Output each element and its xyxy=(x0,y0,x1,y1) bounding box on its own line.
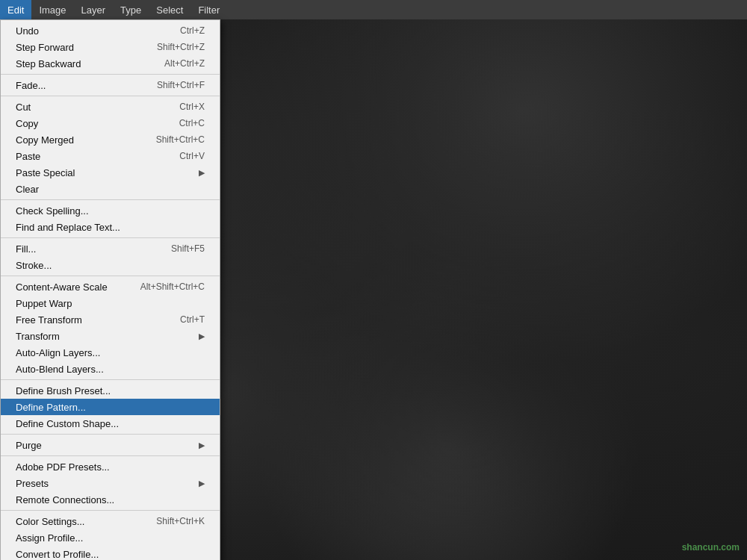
menu-item-label-check-spelling: Check Spelling... xyxy=(16,205,89,217)
menu-item-stroke[interactable]: Stroke... xyxy=(1,257,220,273)
separator-after-clear xyxy=(1,199,220,200)
menu-item-label-define-brush-preset: Define Brush Preset... xyxy=(16,385,111,396)
watermark: shancun.com xyxy=(682,542,740,553)
menu-item-label-paste-special: Paste Special xyxy=(16,167,75,178)
separator-after-purge xyxy=(1,455,220,456)
shortcut-free-transform: Ctrl+T xyxy=(180,314,205,325)
menu-item-assign-profile[interactable]: Assign Profile... xyxy=(1,529,220,546)
menu-item-copy-merged[interactable]: Copy MergedShift+Ctrl+C xyxy=(1,131,220,148)
separator-after-remote-connections xyxy=(1,510,220,511)
menu-select[interactable]: Select xyxy=(149,0,190,19)
menu-item-copy[interactable]: CopyCtrl+C xyxy=(1,115,220,131)
menu-item-label-copy: Copy xyxy=(16,118,38,129)
menu-image[interactable]: Image xyxy=(31,0,73,19)
menu-item-puppet-warp[interactable]: Puppet Warp xyxy=(1,295,220,311)
shortcut-step-backward: Alt+Ctrl+Z xyxy=(164,58,205,69)
menu-item-label-define-pattern: Define Pattern... xyxy=(16,402,86,413)
submenu-arrow-purge: ▶ xyxy=(199,441,205,450)
menu-item-label-fade: Fade... xyxy=(16,80,46,91)
menu-edit[interactable]: Edit xyxy=(0,0,31,19)
shortcut-copy-merged: Shift+Ctrl+C xyxy=(156,134,205,145)
menu-item-label-stroke: Stroke... xyxy=(16,260,52,271)
menu-item-content-aware-scale[interactable]: Content-Aware ScaleAlt+Shift+Ctrl+C xyxy=(1,279,220,295)
menu-item-label-color-settings: Color Settings... xyxy=(16,516,85,527)
menu-item-label-auto-blend-layers: Auto-Blend Layers... xyxy=(16,364,104,375)
menu-item-adobe-pdf-presets[interactable]: Adobe PDF Presets... xyxy=(1,458,220,475)
shortcut-fill: Shift+F5 xyxy=(171,243,205,254)
submenu-arrow-paste-special: ▶ xyxy=(199,168,205,178)
menu-item-define-brush-preset[interactable]: Define Brush Preset... xyxy=(1,382,220,399)
separator-after-find-replace xyxy=(1,237,220,238)
shortcut-color-settings: Shift+Ctrl+K xyxy=(156,516,205,526)
menu-item-step-forward[interactable]: Step ForwardShift+Ctrl+Z xyxy=(1,39,220,55)
menu-item-label-auto-align-layers: Auto-Align Layers... xyxy=(16,347,100,358)
menu-item-undo[interactable]: UndoCtrl+Z xyxy=(1,22,220,39)
menu-item-label-convert-to-profile: Convert to Profile... xyxy=(16,549,99,560)
menu-item-label-puppet-warp: Puppet Warp xyxy=(16,298,72,309)
menu-item-find-replace[interactable]: Find and Replace Text... xyxy=(1,219,220,235)
menu-filter[interactable]: Filter xyxy=(190,0,227,19)
menu-item-auto-align-layers[interactable]: Auto-Align Layers... xyxy=(1,344,220,361)
menu-item-fill[interactable]: Fill...Shift+F5 xyxy=(1,240,220,257)
separator-after-auto-blend-layers xyxy=(1,379,220,380)
menu-item-step-backward[interactable]: Step BackwardAlt+Ctrl+Z xyxy=(1,55,220,72)
menu-item-presets[interactable]: Presets▶ xyxy=(1,475,220,491)
separator-after-fade xyxy=(1,96,220,96)
menu-item-label-undo: Undo xyxy=(16,25,39,37)
submenu-arrow-transform: ▶ xyxy=(199,332,205,341)
separator-after-stroke xyxy=(1,276,220,276)
menu-item-label-find-replace: Find and Replace Text... xyxy=(16,222,120,233)
menu-item-paste-special[interactable]: Paste Special▶ xyxy=(1,164,220,181)
menu-item-label-cut: Cut xyxy=(16,102,31,113)
menu-item-label-transform: Transform xyxy=(16,331,60,342)
shortcut-cut: Ctrl+X xyxy=(179,102,205,112)
menu-type[interactable]: Type xyxy=(113,0,149,19)
menu-item-auto-blend-layers[interactable]: Auto-Blend Layers... xyxy=(1,361,220,377)
menu-item-fade[interactable]: Fade...Shift+Ctrl+F xyxy=(1,77,220,93)
separator-after-step-backward xyxy=(1,74,220,75)
shortcut-fade: Shift+Ctrl+F xyxy=(157,80,205,90)
menu-item-remote-connections[interactable]: Remote Connections... xyxy=(1,491,220,508)
menu-item-label-purge: Purge xyxy=(16,440,42,451)
menu-item-label-paste: Paste xyxy=(16,151,40,162)
menu-item-convert-to-profile[interactable]: Convert to Profile... xyxy=(1,546,220,560)
menu-item-label-step-forward: Step Forward xyxy=(16,42,74,53)
shortcut-step-forward: Shift+Ctrl+Z xyxy=(157,42,205,52)
separator-after-define-custom-shape xyxy=(1,434,220,435)
menu-item-label-assign-profile: Assign Profile... xyxy=(16,532,83,544)
edit-menu-dropdown: UndoCtrl+ZStep ForwardShift+Ctrl+ZStep B… xyxy=(0,19,220,560)
menu-item-label-clear: Clear xyxy=(16,184,39,195)
menu-item-check-spelling[interactable]: Check Spelling... xyxy=(1,202,220,219)
shortcut-paste: Ctrl+V xyxy=(179,151,205,161)
menu-item-label-content-aware-scale: Content-Aware Scale xyxy=(16,281,108,293)
menu-layer[interactable]: Layer xyxy=(74,0,114,19)
menu-item-purge[interactable]: Purge▶ xyxy=(1,437,220,453)
menu-item-label-presets: Presets xyxy=(16,478,49,489)
menu-item-define-pattern[interactable]: Define Pattern... xyxy=(1,399,220,415)
menu-item-transform[interactable]: Transform▶ xyxy=(1,328,220,344)
menu-item-clear[interactable]: Clear xyxy=(1,181,220,197)
submenu-arrow-presets: ▶ xyxy=(199,479,205,488)
menu-item-cut[interactable]: CutCtrl+X xyxy=(1,99,220,115)
menu-item-color-settings[interactable]: Color Settings...Shift+Ctrl+K xyxy=(1,513,220,529)
menu-item-label-copy-merged: Copy Merged xyxy=(16,134,74,146)
menu-item-label-remote-connections: Remote Connections... xyxy=(16,494,114,505)
menu-item-label-fill: Fill... xyxy=(16,243,36,255)
menu-item-free-transform[interactable]: Free TransformCtrl+T xyxy=(1,311,220,328)
menu-item-paste[interactable]: PasteCtrl+V xyxy=(1,148,220,164)
menu-item-label-adobe-pdf-presets: Adobe PDF Presets... xyxy=(16,461,110,473)
menu-item-define-custom-shape[interactable]: Define Custom Shape... xyxy=(1,415,220,432)
menu-item-label-free-transform: Free Transform xyxy=(16,314,82,326)
menubar: Edit Image Layer Type Select Filter xyxy=(0,0,747,19)
menu-item-label-define-custom-shape: Define Custom Shape... xyxy=(16,418,119,429)
menu-item-label-step-backward: Step Backward xyxy=(16,58,81,69)
shortcut-copy: Ctrl+C xyxy=(179,118,205,128)
shortcut-content-aware-scale: Alt+Shift+Ctrl+C xyxy=(140,281,205,292)
shortcut-undo: Ctrl+Z xyxy=(180,25,205,36)
